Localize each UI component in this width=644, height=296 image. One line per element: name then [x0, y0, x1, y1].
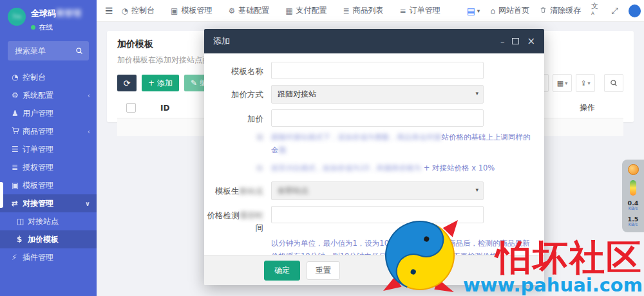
chevron-left-icon: ‹ [88, 128, 90, 135]
sitemap-icon: ◫ [17, 217, 28, 226]
caret-down-icon: ▾ [475, 90, 478, 97]
search-icon [75, 47, 83, 55]
sidebar: 7m 全球码商管理 在线 ◔控制台 ⚙系统配置‹ ♟用户管理 商品管理‹ ☰订单… [0, 0, 97, 296]
gear-icon: ⚙ [228, 6, 235, 15]
medal-icon [628, 164, 639, 175]
list-icon: ☰ [12, 145, 23, 154]
sidebar-item-system-config[interactable]: ⚙系统配置‹ [0, 86, 97, 104]
price-check-label: 价格检测缓存时间 [204, 206, 263, 234]
clear-cache-button[interactable]: 清除缓存 [540, 5, 581, 16]
site-home-link[interactable]: ⌂网站首页 [490, 5, 529, 16]
column-id: ID [160, 104, 169, 113]
hamburger-icon[interactable]: ☰ [97, 6, 122, 16]
gear-icon: ⚙ [12, 91, 23, 100]
sidebar-item-plugins[interactable]: ⚡插件管理 [0, 248, 97, 266]
grid-icon: ▦ [557, 79, 564, 88]
markup-help-1: 额 跟随对接站模式下，设加价值为整数，商品将在对接站价格的基础上上调同样的金额 [204, 131, 544, 156]
maximize-icon[interactable] [512, 38, 519, 44]
link-icon: ⇄ [12, 199, 23, 208]
sidebar-item-console[interactable]: ◔控制台 [0, 68, 97, 86]
layout-grid-button[interactable]: ▦▾ [553, 74, 572, 92]
chevron-down-icon: ∨ [85, 200, 90, 207]
watermark-title: 怕坏社区 [496, 240, 643, 275]
template-scope-label: 模板生效站点 [204, 181, 263, 200]
user-icon: ♟ [12, 109, 23, 118]
online-dot [31, 25, 35, 30]
markup-help-2: 格 按百分比模式，如加价值为10，则最终价格为 + 对接站价格 x 10% [204, 162, 544, 174]
add-button[interactable]: +添加 [142, 75, 179, 91]
list-icon: ≣ [343, 6, 350, 15]
edit-icon: ✎ [191, 79, 197, 88]
caret-down-icon: ▾ [475, 187, 478, 193]
confirm-button[interactable]: 确定 [264, 261, 300, 281]
chevron-left-icon: ‹ [88, 92, 90, 99]
modal-title: 添加 [213, 35, 230, 47]
template-icon: ▣ [171, 6, 178, 15]
sidebar-item-docking[interactable]: ⇄对接管理∨ [0, 194, 97, 212]
avatar[interactable]: 7m [8, 8, 26, 26]
list-icon: ≡ [400, 6, 406, 15]
select-all-checkbox[interactable] [126, 103, 136, 113]
topnav-orders[interactable]: ≡订单管理 [400, 5, 440, 16]
modal-header[interactable]: 添加 – × [204, 29, 544, 53]
refresh-button[interactable]: ⟳ [117, 75, 137, 91]
quick-menu-button[interactable]: ▤▾ [467, 6, 480, 16]
fullscreen-icon[interactable]: ⤢ [611, 6, 618, 16]
sidebar-item-auth[interactable]: ≣授权管理 [0, 158, 97, 176]
refresh-icon: ⟳ [124, 79, 131, 88]
sidebar-header: 7m 全球码商管理 在线 [0, 0, 97, 32]
sidebar-item-users[interactable]: ♟用户管理 [0, 104, 97, 122]
topnav-console[interactable]: ◔控制台 [122, 5, 155, 16]
dollar-icon: $ [17, 235, 28, 244]
template-name-input[interactable] [271, 62, 484, 79]
translate-icon[interactable]: 文A [591, 1, 601, 20]
caret-down-icon: ▾ [565, 80, 567, 86]
markup-value-label: 加价 [204, 109, 263, 127]
brand-name: 全球码商管理 [31, 8, 81, 19]
list-icon: ≣ [12, 163, 23, 172]
sidebar-menu: ◔控制台 ⚙系统配置‹ ♟用户管理 商品管理‹ ☰订单管理 ≣授权管理 ▣模板管… [0, 68, 97, 266]
reset-button[interactable]: 重置 [307, 261, 340, 280]
sidebar-item-templates[interactable]: ▣模板管理 [0, 176, 97, 194]
sidebar-item-docking-sites[interactable]: ◫对接站点 [0, 212, 97, 230]
topbar: ☰ ◔控制台 ▣模板管理 ⚙基础配置 ▦支付配置 ≣商品列表 ≡订单管理 ▤▾ … [97, 0, 644, 22]
column-actions: 操作 [580, 102, 595, 113]
topnav-basic-config[interactable]: ⚙基础配置 [228, 5, 269, 16]
menu-grid-icon: ▤ [467, 6, 475, 16]
markup-mode-label: 加价方式 [204, 85, 263, 104]
dashboard-icon: ◔ [12, 73, 23, 82]
account-avatar[interactable] [629, 5, 641, 17]
export-button[interactable]: ⇪▾ [576, 74, 595, 92]
sidebar-item-products[interactable]: 商品管理‹ [0, 122, 97, 140]
watermark: 怕坏社区 www.pahuai.com [381, 216, 643, 295]
table-search-button[interactable] [604, 74, 623, 92]
topnav-product-list[interactable]: ≣商品列表 [343, 5, 384, 16]
minimize-icon[interactable]: – [500, 37, 505, 46]
sidebar-search-input[interactable] [14, 46, 75, 56]
markup-value-input[interactable] [271, 109, 484, 127]
sidebar-item-markup-template[interactable]: $加价模板 [0, 230, 97, 248]
download-speed: 0.4 KB/s [628, 200, 639, 212]
watermark-url: www.pahuai.com [463, 275, 643, 295]
plugin-icon: ⚡ [12, 253, 23, 262]
plus-icon: + [148, 79, 155, 88]
caret-down-icon: ▾ [588, 80, 591, 86]
caret-down-icon: ▾ [477, 8, 480, 14]
home-icon: ⌂ [490, 6, 495, 15]
markup-mode-select[interactable]: 跟随对接站▾ [271, 85, 484, 104]
close-icon[interactable]: × [527, 37, 535, 46]
trash-icon [540, 6, 547, 15]
topnav-templates[interactable]: ▣模板管理 [171, 5, 212, 16]
sidebar-search[interactable] [8, 41, 89, 60]
cart-icon [12, 127, 23, 136]
sidebar-collapse-handle[interactable] [0, 182, 3, 208]
online-status: 在线 [31, 23, 81, 32]
fish-logo [381, 216, 459, 295]
speed-gauge-icon [630, 180, 636, 196]
payment-icon: ▦ [285, 6, 292, 15]
sidebar-item-orders[interactable]: ☰订单管理 [0, 140, 97, 158]
template-name-label: 模板名称 [204, 62, 263, 79]
topnav-payment-config[interactable]: ▦支付配置 [285, 5, 327, 16]
dashboard-icon: ◔ [122, 6, 128, 15]
template-scope-select[interactable]: 全部站点▾ [271, 181, 484, 200]
